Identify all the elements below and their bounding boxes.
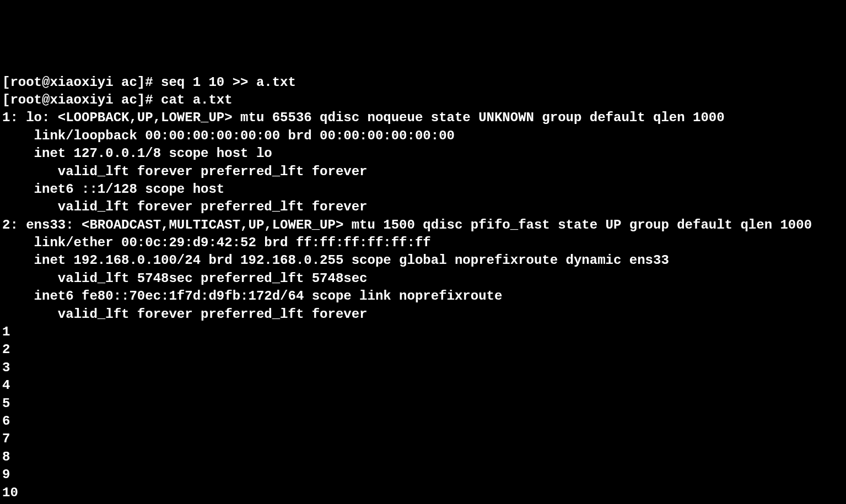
command-text: seq 1 10 >> a.txt	[161, 75, 296, 90]
output-line: 6	[2, 413, 844, 430]
output-line: 3	[2, 359, 844, 377]
output-line: inet 127.0.0.1/8 scope host lo	[2, 145, 844, 162]
command-line-1: [root@xiaoxiyi ac]# seq 1 10 >> a.txt	[2, 74, 844, 91]
command-text: cat a.txt	[161, 93, 233, 107]
output-line: valid_lft 5748sec preferred_lft 5748sec	[2, 270, 844, 288]
output-line: 5	[2, 395, 844, 413]
prompt: [root@xiaoxiyi ac]#	[2, 93, 161, 107]
prompt: [root@xiaoxiyi ac]#	[2, 75, 161, 90]
terminal-window[interactable]: [root@xiaoxiyi ac]# seq 1 10 >> a.txt[ro…	[2, 74, 844, 504]
output-line: link/ether 00:0c:29:d9:42:52 brd ff:ff:f…	[2, 234, 844, 252]
output-line: inet6 fe80::70ec:1f7d:d9fb:172d/64 scope…	[2, 288, 844, 305]
output-line: valid_lft forever preferred_lft forever	[2, 198, 844, 216]
output-line: 7	[2, 430, 844, 448]
output-line: 10	[2, 484, 844, 502]
output-line: inet6 ::1/128 scope host	[2, 181, 844, 198]
output-line: inet 192.168.0.100/24 brd 192.168.0.255 …	[2, 252, 844, 269]
command-line-2: [root@xiaoxiyi ac]# cat a.txt	[2, 91, 844, 109]
output-line: 1	[2, 323, 844, 341]
output-line: 2: ens33: <BROADCAST,MULTICAST,UP,LOWER_…	[2, 216, 844, 234]
output-line: 8	[2, 448, 844, 466]
output-line: valid_lft forever preferred_lft forever	[2, 163, 844, 181]
output-line: 1: lo: <LOOPBACK,UP,LOWER_UP> mtu 65536 …	[2, 109, 844, 127]
output-line: link/loopback 00:00:00:00:00:00 brd 00:0…	[2, 127, 844, 145]
output-line: 4	[2, 377, 844, 394]
output-line: 2	[2, 341, 844, 359]
output-line: 9	[2, 466, 844, 484]
output-line: valid_lft forever preferred_lft forever	[2, 306, 844, 323]
